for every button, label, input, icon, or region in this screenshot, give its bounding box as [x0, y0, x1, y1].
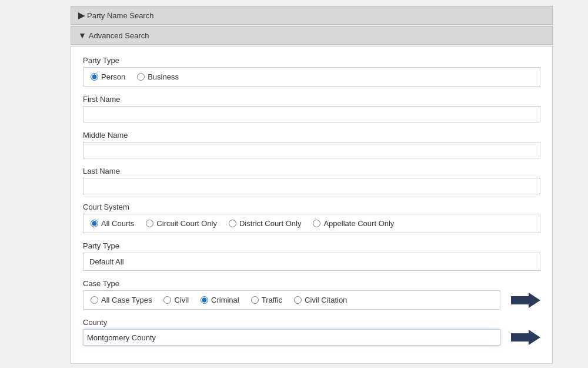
- case-civil-radio[interactable]: [163, 296, 171, 304]
- county-field: County Montgomery County: [83, 318, 540, 346]
- county-label: County: [83, 318, 540, 327]
- court-system-radio-group: All Courts Circuit Court Only District C…: [83, 214, 540, 233]
- case-type-row: All Case Types Civil Criminal Traffic: [83, 290, 540, 310]
- case-type-radio-group: All Case Types Civil Criminal Traffic: [83, 290, 500, 310]
- court-appellate-label: Appellate Court Only: [323, 219, 394, 228]
- case-civilcitation-label: Civil Citation: [305, 296, 347, 304]
- middle-name-label: Middle Name: [83, 131, 540, 140]
- court-district-option[interactable]: District Court Only: [229, 219, 301, 228]
- county-input[interactable]: Montgomery County: [83, 329, 500, 346]
- party-type2-label: Party Type: [83, 241, 540, 250]
- party-type2-field: Party Type Default All: [83, 241, 540, 271]
- court-system-label: Court System: [83, 203, 540, 211]
- party-type-business-option[interactable]: Business: [137, 72, 179, 81]
- county-arrow-icon: [511, 329, 540, 346]
- court-system-field: Court System All Courts Circuit Court On…: [83, 203, 540, 233]
- first-name-input[interactable]: [83, 106, 540, 122]
- court-circuit-label: Circuit Court Only: [156, 219, 217, 228]
- case-traffic-label: Traffic: [262, 296, 282, 304]
- party-type-person-radio[interactable]: [91, 73, 98, 81]
- court-circuit-radio[interactable]: [146, 220, 153, 227]
- svg-marker-1: [511, 330, 540, 345]
- court-appellate-radio[interactable]: [313, 220, 320, 227]
- court-all-option[interactable]: All Courts: [91, 219, 134, 228]
- party-type-radio-group: Person Business: [83, 67, 540, 87]
- case-all-option[interactable]: All Case Types: [91, 296, 152, 304]
- advanced-search-header[interactable]: ▼ Advanced Search: [71, 26, 553, 45]
- party-type-business-radio[interactable]: [137, 73, 145, 81]
- last-name-label: Last Name: [83, 167, 540, 175]
- case-civilcitation-radio[interactable]: [294, 296, 302, 304]
- case-type-label: Case Type: [83, 279, 540, 288]
- county-wrap: Montgomery County: [83, 329, 500, 346]
- party-type-label: Party Type: [83, 56, 540, 65]
- case-criminal-label: Criminal: [211, 296, 239, 304]
- case-criminal-radio[interactable]: [201, 296, 208, 304]
- case-all-radio[interactable]: [91, 296, 98, 304]
- party-type2-value[interactable]: Default All: [83, 253, 540, 271]
- first-name-field: First Name: [83, 95, 540, 122]
- advanced-search-form: Party Type Person Business First Name Mi…: [71, 46, 553, 364]
- case-type-arrow-indicator: [505, 292, 540, 309]
- case-civil-label: Civil: [174, 296, 189, 304]
- court-all-radio[interactable]: [91, 220, 98, 227]
- middle-name-field: Middle Name: [83, 131, 540, 158]
- party-type-business-label: Business: [148, 72, 179, 81]
- party-type-person-label: Person: [101, 72, 125, 81]
- case-civilcitation-option[interactable]: Civil Citation: [294, 296, 347, 304]
- county-row: Montgomery County: [83, 329, 540, 346]
- case-all-label: All Case Types: [101, 296, 152, 304]
- case-traffic-radio[interactable]: [251, 296, 259, 304]
- svg-marker-0: [511, 293, 540, 308]
- advanced-search-label: Advanced Search: [89, 31, 149, 40]
- case-type-arrow-icon: [511, 292, 540, 309]
- last-name-input[interactable]: [83, 178, 540, 194]
- last-name-field: Last Name: [83, 167, 540, 194]
- case-civil-option[interactable]: Civil: [163, 296, 189, 304]
- court-all-label: All Courts: [101, 219, 134, 228]
- case-criminal-option[interactable]: Criminal: [201, 296, 239, 304]
- party-type-field: Party Type Person Business: [83, 56, 540, 87]
- middle-name-input[interactable]: [83, 142, 540, 158]
- case-traffic-option[interactable]: Traffic: [251, 296, 282, 304]
- party-name-search-icon: ▶: [78, 11, 85, 20]
- party-name-search-label: Party Name Search: [87, 11, 153, 20]
- party-name-search-header[interactable]: ▶ Party Name Search: [71, 6, 553, 25]
- court-district-label: District Court Only: [239, 219, 301, 228]
- party-type-person-option[interactable]: Person: [91, 72, 125, 81]
- first-name-label: First Name: [83, 95, 540, 104]
- county-arrow-indicator: [505, 329, 540, 346]
- case-type-field: Case Type All Case Types Civil Criminal: [83, 279, 540, 310]
- court-appellate-option[interactable]: Appellate Court Only: [313, 219, 394, 228]
- court-district-radio[interactable]: [229, 220, 236, 227]
- advanced-search-icon: ▼: [78, 31, 86, 40]
- court-circuit-option[interactable]: Circuit Court Only: [146, 219, 217, 228]
